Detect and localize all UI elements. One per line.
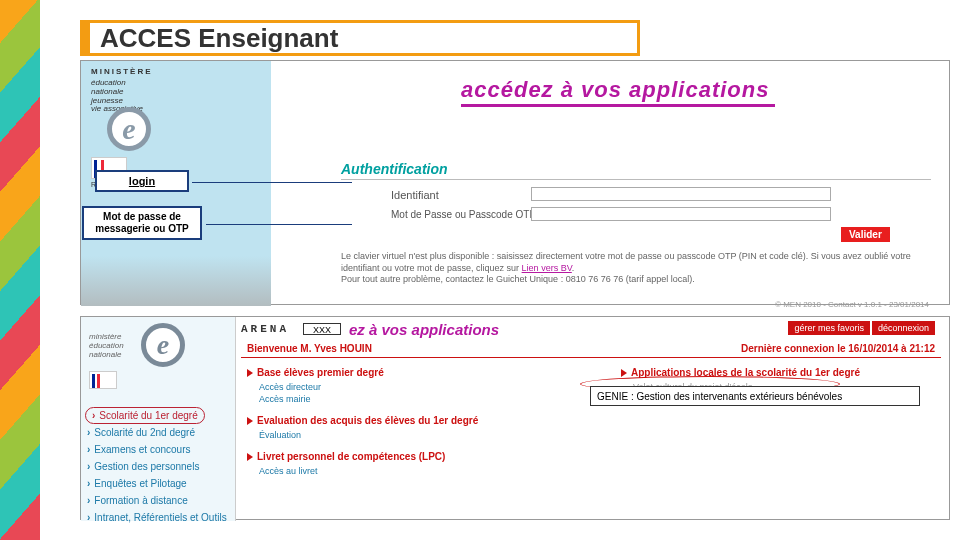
password-input[interactable] bbox=[531, 207, 831, 221]
auth-main: accédez à vos applications Authentificat… bbox=[281, 61, 941, 306]
menu-item-scolarite-1er[interactable]: Scolarité du 1er degré bbox=[85, 407, 205, 424]
section-evaluation: Evaluation des acquis des élèves du 1er … bbox=[247, 415, 478, 426]
link-acces-mairie[interactable]: Accès mairie bbox=[259, 393, 311, 406]
link-evaluation[interactable]: Évaluation bbox=[259, 429, 301, 442]
ministry-lines-2: ministère éducation nationale bbox=[89, 333, 124, 359]
arena-logo: ARENA bbox=[241, 323, 291, 335]
arena-menu: Scolarité du 1er degré Scolarité du 2nd … bbox=[85, 405, 231, 526]
footer-text: © MEN 2010 - Contact v 1.0.1 - 23/01/201… bbox=[775, 300, 929, 309]
auth-subheading: Authentification bbox=[341, 161, 448, 177]
identifiant-label: Identifiant bbox=[391, 189, 439, 201]
access-apps-heading: accédez à vos applications bbox=[461, 77, 769, 103]
welcome-text: Bienvenue M. Yves HOUIN bbox=[247, 343, 372, 354]
bv-link[interactable]: Lien vers BV bbox=[522, 263, 572, 273]
e-logo-icon-2: e bbox=[141, 323, 185, 367]
separator bbox=[341, 179, 931, 180]
red-rule bbox=[241, 357, 941, 358]
callout-line-2 bbox=[206, 224, 352, 225]
slide-title-bar: ACCES Enseignant bbox=[80, 20, 640, 56]
menu-item-scolarite-2nd[interactable]: Scolarité du 2nd degré bbox=[85, 424, 231, 441]
arena-panel: ministère éducation nationale e Scolarit… bbox=[80, 316, 950, 520]
e-logo-icon: e bbox=[107, 107, 151, 151]
tab-favorites[interactable]: gérer mes favoris bbox=[788, 321, 870, 335]
login-callout: login bbox=[95, 170, 189, 192]
section-base-eleves: Base élèves premier degré bbox=[247, 367, 384, 378]
decorative-left-strip bbox=[0, 0, 40, 540]
arena-app-line: ez à vos applications bbox=[349, 321, 499, 338]
last-connection: Dernière connexion le 16/10/2014 à 21:12 bbox=[741, 343, 935, 354]
menu-item-personnels[interactable]: Gestion des personnels bbox=[85, 458, 231, 475]
slide-title: ACCES Enseignant bbox=[100, 23, 338, 54]
link-livret[interactable]: Accès au livret bbox=[259, 465, 318, 478]
menu-item-intranet[interactable]: Intranet, Référentiels et Outils bbox=[85, 509, 231, 526]
menu-item-enquetes[interactable]: Enquêtes et Pilotage bbox=[85, 475, 231, 492]
menu-item-formation[interactable]: Formation à distance bbox=[85, 492, 231, 509]
highlight-box-genie: GENIE : Gestion des intervenants extérie… bbox=[590, 386, 920, 406]
tab-logout[interactable]: déconnexion bbox=[872, 321, 935, 335]
arena-sidebar: ministère éducation nationale e Scolarit… bbox=[81, 317, 236, 521]
valider-button[interactable]: Valider bbox=[841, 227, 890, 242]
children-photo-placeholder bbox=[81, 256, 271, 306]
identifiant-input[interactable] bbox=[531, 187, 831, 201]
arena-tabs: gérer mes favoris déconnexion bbox=[788, 321, 935, 335]
password-callout: Mot de passe de messagerie ou OTP bbox=[82, 206, 202, 240]
link-acces-directeur[interactable]: Accès directeur bbox=[259, 381, 321, 394]
password-label: Mot de Passe ou Passcode OTP bbox=[391, 209, 536, 220]
france-flag-icon-2 bbox=[89, 371, 117, 389]
help-text: Le clavier virtuel n'est plus disponible… bbox=[341, 251, 941, 286]
section-lpc: Livret personnel de compétences (LPC) bbox=[247, 451, 445, 462]
xxx-overlay: XXX bbox=[303, 323, 341, 335]
ministry-word: MINISTÈRE bbox=[91, 67, 153, 76]
callout-line-1 bbox=[192, 182, 352, 183]
menu-item-examens[interactable]: Examens et concours bbox=[85, 441, 231, 458]
